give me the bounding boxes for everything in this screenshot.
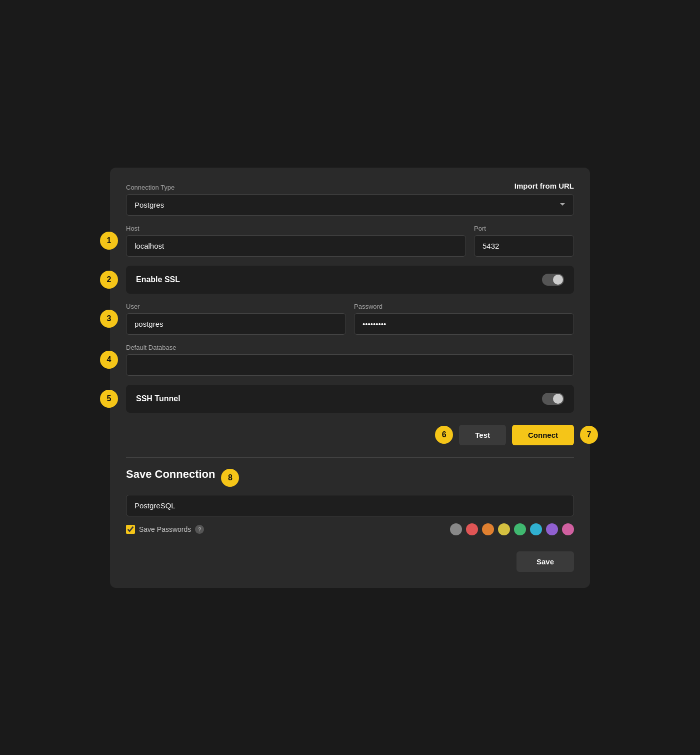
ssh-label: SSH Tunnel: [136, 394, 180, 403]
ssl-toggle-row: Enable SSL: [126, 266, 574, 294]
password-label: Password: [354, 303, 574, 310]
host-port-row: 1 Host Port: [126, 225, 574, 257]
badge-3: 3: [100, 310, 118, 328]
user-input[interactable]: [126, 313, 346, 335]
action-buttons-wrapper: 6 Test Connect 7: [126, 425, 574, 445]
badge-7: 7: [580, 426, 598, 444]
connection-type-row: Connection Type Postgres MySQL SQLite Ma…: [126, 184, 574, 216]
save-name-input[interactable]: [126, 495, 574, 516]
ssl-wrapper: 2 Enable SSL: [126, 266, 574, 294]
btn-row: 6 Test Connect 7: [126, 425, 574, 445]
color-swatch-orange[interactable]: [482, 523, 494, 535]
save-button[interactable]: Save: [516, 551, 574, 572]
user-group: User: [126, 303, 346, 335]
ssh-toggle-knob: [553, 394, 563, 404]
password-input[interactable]: [354, 313, 574, 335]
color-swatch-yellow[interactable]: [498, 523, 510, 535]
ssh-toggle[interactable]: [542, 393, 564, 405]
save-passwords-label: Save Passwords: [139, 525, 191, 533]
save-connection-section: Save Connection 8 Save Passwords ?: [126, 468, 574, 572]
help-icon[interactable]: ?: [195, 525, 204, 534]
host-input[interactable]: [126, 235, 466, 257]
user-label: User: [126, 303, 346, 310]
host-label: Host: [126, 225, 466, 232]
password-group: Password: [354, 303, 574, 335]
connect-btn-wrapper: Connect 7: [512, 425, 574, 445]
host-group: Host: [126, 225, 466, 257]
save-bottom-row: Save Passwords ?: [126, 523, 574, 535]
default-database-label: Default Database: [126, 344, 574, 351]
save-connection-title: Save Connection: [126, 468, 215, 481]
ssl-toggle-knob: [553, 275, 563, 285]
ssl-toggle[interactable]: [542, 274, 564, 286]
color-swatch-pink[interactable]: [562, 523, 574, 535]
port-group: Port: [474, 225, 574, 257]
default-db-wrapper: 4 Default Database: [126, 344, 574, 376]
badge-1: 1: [100, 232, 118, 250]
save-passwords-group: Save Passwords ?: [126, 525, 204, 534]
color-swatches: [450, 523, 574, 535]
test-button[interactable]: Test: [459, 425, 506, 445]
test-btn-wrapper: 6 Test: [459, 425, 506, 445]
badge-4: 4: [100, 351, 118, 369]
divider: [126, 457, 574, 458]
badge-8: 8: [221, 469, 239, 487]
color-swatch-cyan[interactable]: [530, 523, 542, 535]
color-swatch-gray[interactable]: [450, 523, 462, 535]
badge-5: 5: [100, 390, 118, 408]
badge-2: 2: [100, 271, 118, 289]
connect-button[interactable]: Connect: [512, 425, 574, 445]
port-input[interactable]: [474, 235, 574, 257]
user-pass-wrapper: 3 User Password: [126, 303, 574, 335]
import-url-button[interactable]: Import from URL: [514, 182, 574, 190]
color-swatch-red[interactable]: [466, 523, 478, 535]
color-swatch-green[interactable]: [514, 523, 526, 535]
color-swatch-purple[interactable]: [546, 523, 558, 535]
ssl-label: Enable SSL: [136, 275, 180, 284]
connection-type-select[interactable]: Postgres MySQL SQLite MariaDB MSSQL: [126, 194, 574, 216]
user-pass-row: User Password: [126, 303, 574, 335]
port-label: Port: [474, 225, 574, 232]
ssh-toggle-row: SSH Tunnel: [126, 385, 574, 413]
save-passwords-checkbox[interactable]: [126, 525, 135, 534]
connection-panel: Import from URL Connection Type Postgres…: [110, 168, 590, 588]
default-database-input[interactable]: [126, 354, 574, 376]
connection-type-label: Connection Type: [126, 184, 574, 191]
ssh-wrapper: 5 SSH Tunnel: [126, 385, 574, 413]
badge-6: 6: [435, 426, 453, 444]
